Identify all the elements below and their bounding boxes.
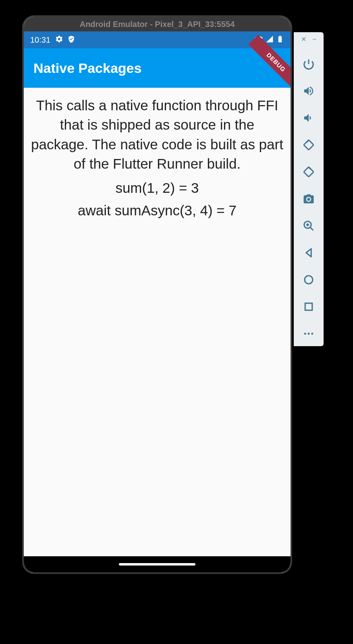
gesture-handle[interactable] xyxy=(119,563,195,566)
minimize-button[interactable]: – xyxy=(313,35,316,43)
rotate-right-icon[interactable] xyxy=(300,163,318,180)
emulator-titlebar: Android Emulator - Pixel_3_API_33:5554 xyxy=(24,17,291,31)
app-title: Native Packages xyxy=(33,60,141,76)
svg-point-10 xyxy=(311,332,313,334)
more-icon[interactable] xyxy=(300,325,318,342)
emulator-window: Android Emulator - Pixel_3_API_33:5554 1… xyxy=(22,15,292,574)
svg-point-8 xyxy=(304,332,306,334)
description-text: This calls a native function through FFI… xyxy=(29,96,285,173)
result-sum: sum(1, 2) = 3 xyxy=(29,180,285,196)
volume-up-icon[interactable] xyxy=(300,82,318,99)
emulator-title: Android Emulator - Pixel_3_API_33:5554 xyxy=(80,20,235,29)
home-icon[interactable] xyxy=(300,271,318,288)
close-button[interactable]: ✕ xyxy=(301,35,306,43)
app-bar: Native Packages DEBUG xyxy=(24,48,291,88)
svg-rect-7 xyxy=(305,303,312,310)
app-body: This calls a native function through FFI… xyxy=(24,88,291,556)
statusbar-clock: 10:31 xyxy=(30,35,50,45)
emulator-toolbar: ✕ – xyxy=(294,32,324,346)
android-navbar xyxy=(24,556,291,572)
camera-icon[interactable] xyxy=(300,190,318,207)
zoom-icon[interactable] xyxy=(300,217,318,234)
debug-label: DEBUG xyxy=(265,52,287,73)
battery-icon xyxy=(276,35,284,45)
svg-rect-1 xyxy=(304,167,314,177)
power-icon[interactable] xyxy=(300,55,318,72)
svg-point-9 xyxy=(308,332,310,334)
overview-icon[interactable] xyxy=(300,298,318,315)
svg-point-6 xyxy=(305,276,313,284)
volume-down-icon[interactable] xyxy=(300,109,318,126)
back-icon[interactable] xyxy=(300,244,318,261)
shield-icon xyxy=(67,35,75,45)
rotate-left-icon[interactable] xyxy=(300,136,318,153)
settings-icon xyxy=(55,35,63,45)
svg-rect-0 xyxy=(304,140,314,150)
svg-line-3 xyxy=(310,227,314,230)
result-sum-async: await sumAsync(3, 4) = 7 xyxy=(29,202,285,219)
